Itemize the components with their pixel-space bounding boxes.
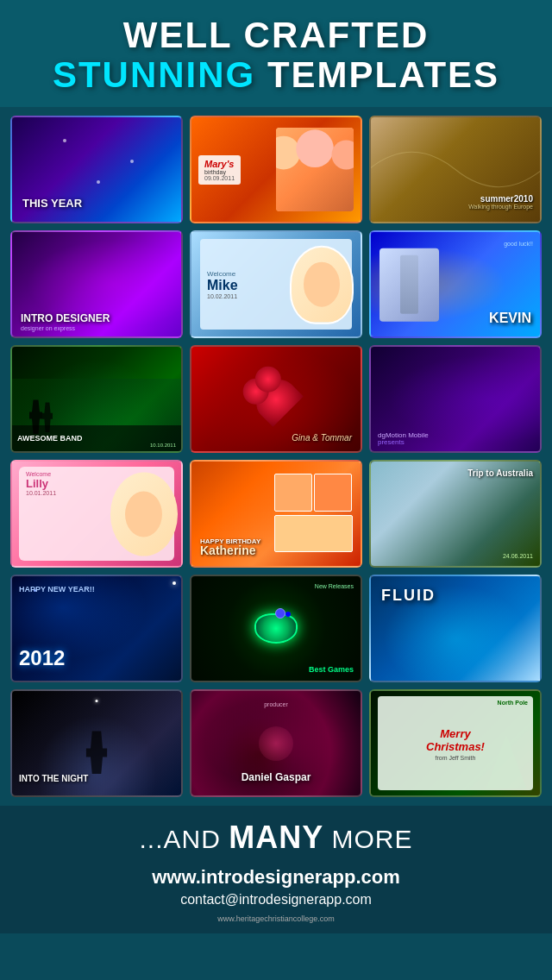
thumb-gina-tommar[interactable]: Gina & Tommar: [190, 345, 362, 453]
thumb-kevin[interactable]: good luck!! KEVIN: [369, 230, 542, 338]
thumb-lilly[interactable]: Welcome Lilly 10.01.2011: [10, 460, 183, 568]
thumb-merry-christmas[interactable]: North Pole Merry Christmas! from Jeff Sm…: [369, 689, 542, 797]
header-title-line1: WELL CRAFTED: [17, 16, 535, 55]
contact-email[interactable]: contact@introdesignerapp.com: [17, 892, 535, 908]
thumb-this-year[interactable]: THIS YEAR: [10, 116, 183, 223]
header-stunning: STUNNING: [53, 54, 255, 95]
thumb-kevin-goodluck: good luck!!: [504, 241, 533, 247]
thumb-games-bot: Best Games: [309, 665, 354, 674]
thumb-band-date: 10.10.2011: [150, 443, 176, 448]
thumb-xmas-merry: Merry: [426, 726, 485, 739]
thumb-daniel-name: Daniel Gaspar: [242, 771, 311, 783]
attribution-text: www.heritagechristiancollege.com: [17, 914, 535, 923]
thumb-kevin-name: KEVIN: [489, 311, 531, 326]
thumb-mike[interactable]: Welcome Mike 10.02.2011: [190, 230, 362, 338]
and-many-more-text: ...AND MANY MORE: [17, 820, 535, 856]
thumb-katherine[interactable]: HAPPY BIRTHDAY Katherine: [190, 460, 362, 568]
thumb-dgmotion-sub: presents: [378, 438, 405, 446]
thumb-newyear-hny: HAPPY NEW YEAR!!: [19, 585, 95, 594]
thumb-summer-label: summer2010: [468, 194, 533, 204]
thumb-fluid-label: FLUID: [381, 587, 436, 605]
thumb-band-label: AWESOME BAND: [17, 434, 83, 443]
thumb-marys-birthday[interactable]: Mary's birthday 09.09.2011: [190, 116, 362, 223]
thumb-newyear-year: 2012: [19, 646, 65, 670]
footer: ...AND MANY MORE www.introdesignerapp.co…: [0, 806, 552, 933]
thumb-this-year-label: THIS YEAR: [22, 197, 82, 210]
thumb-daniel-gaspar[interactable]: producer Daniel Gaspar: [190, 689, 362, 797]
thumb-xmas-north: North Pole: [498, 700, 528, 706]
thumb-intro-label: INTRO DESIGNER: [21, 312, 110, 324]
thumb-intro-sub: designer on express: [21, 325, 75, 331]
thumb-mary-sublabel: birthday: [204, 169, 235, 175]
thumb-summer-sub: Walking through Europe: [468, 204, 533, 210]
thumb-katherine-name: Katherine: [200, 543, 256, 557]
thumb-night-label: INTO THE NIGHT: [19, 774, 88, 783]
thumb-best-games[interactable]: New Releases Best Games: [190, 575, 362, 682]
header-title-line2: STUNNING TEMPLATES: [17, 55, 535, 95]
thumb-trip-australia[interactable]: Trip to Australia 24.06.2011: [369, 460, 542, 568]
thumb-daniel-producer: producer: [264, 701, 288, 707]
thumb-fluid[interactable]: FLUID: [369, 575, 542, 682]
thumb-awesome-band[interactable]: AWESOME BAND 10.10.2011: [10, 345, 183, 453]
thumb-gina-label: Gina & Tommar: [292, 433, 352, 443]
thumb-xmas-christmas: Christmas!: [426, 739, 485, 752]
thumb-new-year[interactable]: HAPPY NEW YEAR!! 2012: [10, 575, 183, 682]
header-templates: TEMPLATES: [255, 54, 499, 95]
thumb-mary-name: Mary's: [204, 159, 235, 169]
thumbnail-grid: THIS YEAR Mary's birthday 09.09.2011 sum…: [0, 107, 552, 806]
thumb-mary-date: 09.09.2011: [204, 175, 235, 181]
thumb-games-top: New Releases: [315, 583, 354, 589]
header: WELL CRAFTED STUNNING TEMPLATES: [0, 0, 552, 107]
thumb-summer2010[interactable]: summer2010 Walking through Europe: [369, 116, 542, 223]
thumb-australia-label: Trip to Australia: [467, 468, 533, 478]
thumb-xmas-from: from Jeff Smith: [426, 754, 485, 760]
website-url[interactable]: www.introdesignerapp.com: [17, 866, 535, 889]
thumb-australia-date: 24.06.2011: [503, 553, 533, 559]
thumb-intro-designer[interactable]: INTRO DESIGNER designer on express: [10, 230, 183, 338]
thumb-dgmotion[interactable]: dgMotion Mobile presents: [369, 345, 542, 453]
thumb-into-night[interactable]: INTO THE NIGHT: [10, 689, 183, 797]
